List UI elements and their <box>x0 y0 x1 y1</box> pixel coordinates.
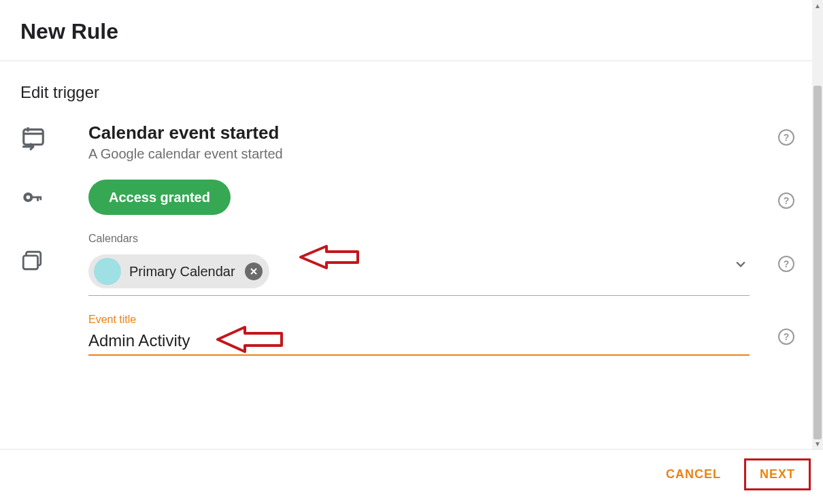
divider <box>0 449 823 450</box>
calendar-event-icon <box>20 122 88 154</box>
calendar-swatch <box>94 258 121 285</box>
svg-rect-4 <box>37 197 39 201</box>
calendars-select[interactable]: Primary Calendar <box>88 250 750 296</box>
cancel-button[interactable]: CANCEL <box>655 460 732 488</box>
scroll-down-arrow[interactable]: ▼ <box>812 438 823 449</box>
event-title-input[interactable] <box>88 329 750 356</box>
key-icon <box>20 183 88 212</box>
calendars-label: Calendars <box>88 233 750 245</box>
help-icon[interactable]: ? <box>778 329 794 345</box>
access-status-pill[interactable]: Access granted <box>88 180 231 215</box>
page-title: New Rule <box>20 19 803 44</box>
scroll-up-arrow[interactable]: ▲ <box>812 0 823 11</box>
help-icon[interactable]: ? <box>778 192 794 209</box>
calendars-icon <box>20 233 88 275</box>
section-title: Edit trigger <box>20 83 803 102</box>
help-icon[interactable]: ? <box>778 256 794 272</box>
trigger-subtitle: A Google calendar event started <box>88 146 750 162</box>
calendar-chip-label: Primary Calendar <box>129 264 235 280</box>
help-icon[interactable]: ? <box>778 129 794 146</box>
svg-rect-7 <box>23 256 37 269</box>
trigger-title: Calendar event started <box>88 122 750 144</box>
svg-rect-0 <box>24 129 44 144</box>
next-button[interactable]: NEXT <box>744 458 811 490</box>
access-status-label: Access granted <box>109 190 210 205</box>
remove-chip-icon[interactable] <box>245 263 263 280</box>
svg-rect-5 <box>39 197 41 201</box>
calendar-chip[interactable]: Primary Calendar <box>88 254 269 288</box>
svg-rect-3 <box>32 197 41 199</box>
event-title-label: Event title <box>88 314 750 326</box>
svg-point-2 <box>27 195 31 199</box>
chevron-down-icon[interactable] <box>736 258 745 271</box>
